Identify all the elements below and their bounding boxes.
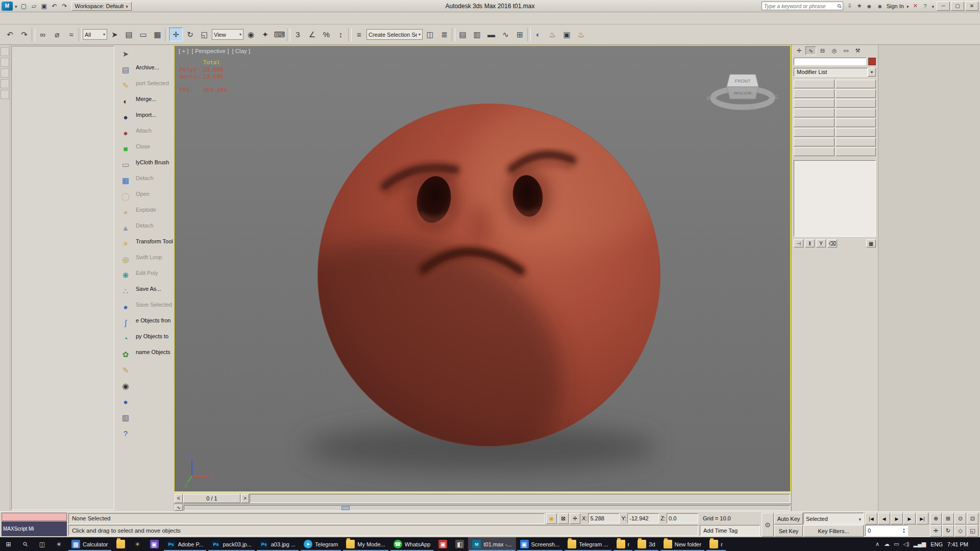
help-circle-icon[interactable]: ? [117, 425, 134, 441]
ribbon-tab[interactable] [1, 79, 9, 88]
world-icon[interactable]: ● [117, 394, 134, 410]
zoom-icon[interactable]: ⊕ [930, 513, 942, 524]
time-slider-thumb[interactable]: 0 / 1 [183, 494, 240, 503]
taskbar-app[interactable]: ▣ [434, 537, 451, 551]
sun-icon[interactable]: ☀ [117, 236, 134, 252]
zoom-all-icon[interactable]: ⊞ [942, 513, 954, 524]
maximize-button[interactable]: ▢ [951, 2, 964, 11]
taskbar-app[interactable]: r [705, 537, 727, 551]
use-pivot-point-icon[interactable]: ◉ ▾ [244, 28, 258, 41]
next-frame-arrow[interactable]: > [241, 494, 249, 503]
taskbar-app[interactable]: ☎ WhatsApp [389, 537, 435, 551]
polycloth-icon[interactable]: ▦ [117, 172, 134, 188]
search-input[interactable] [762, 3, 836, 9]
tool-menu-item[interactable]: e Objects fron [136, 312, 174, 328]
hierarchy-tab-icon[interactable]: ⊟ [817, 46, 828, 55]
menu-item[interactable] [93, 17, 103, 20]
workspace-dropdown[interactable]: Workspace: Default [71, 2, 132, 11]
viewcube-north-label[interactable]: N [750, 105, 754, 110]
menu-item[interactable] [154, 17, 164, 20]
tool-menu-item[interactable]: Save As... [136, 281, 174, 296]
select-and-rotate-icon[interactable]: ↻ ▾ [183, 28, 197, 41]
language-indicator[interactable]: ENG [930, 541, 943, 547]
make-unique-icon[interactable]: Y [816, 239, 826, 247]
torus-icon[interactable]: ◎ [117, 252, 134, 267]
undo-small-icon[interactable]: ↶ [50, 2, 59, 11]
track-bar-thumb[interactable] [341, 506, 350, 510]
select-cursor-icon[interactable]: ➤ [117, 46, 134, 62]
redo-icon[interactable]: ↷ ▾ [17, 28, 31, 41]
menu-item[interactable] [164, 17, 175, 20]
new-scene-icon[interactable]: ▢ [19, 2, 29, 11]
align-icon[interactable]: ≣ ▾ [437, 28, 451, 41]
select-object-icon[interactable]: ➤ ▾ [108, 28, 121, 41]
z-coordinate-field[interactable]: 0.0 [667, 513, 698, 523]
orbit-icon[interactable]: ↻ [942, 525, 954, 537]
bind-to-space-warp-icon[interactable]: ≈ ▾ [64, 28, 78, 41]
configure-sets-icon[interactable]: ▦ [866, 239, 876, 247]
menu-item[interactable] [103, 17, 113, 20]
document-icon[interactable]: ▤ [117, 62, 134, 78]
tool-menu-item[interactable]: Open [136, 186, 174, 202]
modifier-button[interactable] [836, 118, 876, 127]
search-button[interactable]: ⚲ [17, 537, 34, 551]
taskbar-app[interactable]: ➤ Telegram [300, 537, 342, 551]
pin-stack-icon[interactable]: ⊣ [794, 239, 803, 247]
reference-coordinate-dropdown[interactable]: View ▾ [212, 29, 243, 40]
remove-modifier-icon[interactable]: ⌫ [827, 239, 837, 247]
create-tab-icon[interactable]: ✛ [794, 46, 804, 55]
named-selection-sets-dropdown[interactable]: Create Selection Se ▾ [366, 29, 423, 40]
window-crossing-icon[interactable]: ▦ ▾ [151, 28, 164, 41]
taskbar-app[interactable]: My Mode... [342, 537, 389, 551]
menu-item[interactable] [144, 17, 154, 20]
taskbar-app[interactable]: ▦ Calculator [67, 537, 112, 551]
key-filters-button[interactable]: Key Filters... [803, 525, 864, 537]
pan-icon[interactable]: ✛ [930, 525, 942, 537]
toolbar-separator[interactable]: ▾ [287, 28, 290, 41]
y-coordinate-field[interactable]: -12.942 [627, 513, 659, 523]
modifier-list-dropdown[interactable]: Modifier List ▾ [794, 68, 876, 77]
tool-menu-item[interactable]: name Objects [136, 344, 174, 360]
modifier-button[interactable] [794, 89, 835, 98]
ribbon-tab[interactable] [1, 58, 9, 67]
tool-menu-item[interactable]: py Objects to [136, 328, 174, 344]
modifier-button[interactable] [836, 147, 876, 156]
modifier-stack-list[interactable] [794, 160, 876, 237]
modifier-button[interactable] [794, 147, 835, 156]
clock[interactable]: 7:41 PM [947, 541, 968, 547]
spinner-snap-icon[interactable]: ↕ ▾ [334, 28, 348, 41]
taskbar-app[interactable]: Ps Adobe P... [163, 537, 208, 551]
taskbar-app[interactable]: Ps a03.jpg ... [256, 537, 300, 551]
ribbon-tab[interactable] [1, 47, 9, 56]
select-and-scale-icon[interactable]: ◱ ▾ [198, 28, 211, 41]
modifier-button[interactable] [794, 80, 835, 88]
minimize-button[interactable]: ─ [937, 2, 950, 11]
perspective-viewport[interactable]: [ + ] [ Perspective ] [ Clay ] Total Pol… [174, 45, 791, 492]
viewport-menu-plus[interactable]: [ + ] [179, 48, 189, 54]
modifier-button[interactable] [794, 138, 835, 146]
toolbar-separator[interactable]: ▾ [527, 28, 531, 41]
edit-named-selections-icon[interactable]: ≡ ▾ [352, 28, 366, 41]
fov-icon[interactable]: ◇ [954, 525, 966, 537]
flower-icon[interactable]: ❋ [117, 267, 134, 283]
track-bar-track[interactable] [184, 505, 790, 511]
viewcube-east-label[interactable]: E [775, 94, 778, 100]
taskbar-app[interactable]: M t01.max -... [468, 537, 516, 551]
close-button[interactable]: ✕ [965, 2, 978, 11]
modifier-button[interactable] [836, 138, 876, 146]
modify-tab-icon[interactable]: ∿ [805, 46, 816, 55]
globe-icon[interactable]: ◔ [117, 331, 134, 346]
teapot-icon[interactable]: ◐ [117, 93, 134, 109]
macro-recorder-strip[interactable] [2, 513, 67, 521]
spinner-arrows-icon[interactable]: ▲▼ [902, 528, 905, 534]
zoom-region-icon[interactable]: ⊡ [967, 513, 978, 524]
angle-snap-icon[interactable]: ∠ ▾ [305, 28, 319, 41]
maximize-viewport-icon[interactable]: ◱ [967, 525, 978, 537]
utilities-tab-icon[interactable]: ⚒ [852, 46, 863, 55]
taskbar-app[interactable]: ▣ Screensh... [516, 537, 564, 551]
modifier-button[interactable] [836, 109, 876, 117]
toggle-layer-explorer-icon[interactable]: ▥ ▾ [470, 28, 484, 41]
viewport-menu-view[interactable]: [ Perspective ] [192, 48, 229, 54]
toolbar-separator[interactable]: ▾ [32, 28, 35, 41]
menu-item[interactable] [72, 17, 83, 20]
